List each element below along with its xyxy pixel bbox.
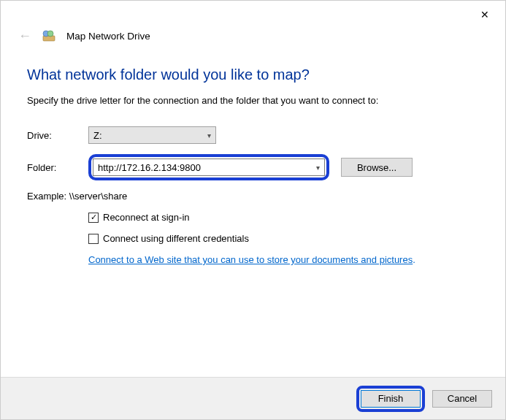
cancel-button[interactable]: Cancel <box>432 390 492 408</box>
website-link-period: . <box>413 254 415 265</box>
credentials-checkbox[interactable] <box>88 234 99 244</box>
website-link[interactable]: Connect to a Web site that you can use t… <box>88 254 413 265</box>
chevron-down-icon: ▾ <box>316 164 320 172</box>
wizard-title: Map Network Drive <box>66 31 150 42</box>
reconnect-row: ✓ Reconnect at sign-in <box>88 212 479 223</box>
titlebar: ✕ <box>1 1 505 28</box>
wizard-content: What network folder would you like to ma… <box>1 56 505 265</box>
folder-row: Folder: http://172.16.2.134:9800 ▾ Brows… <box>27 154 479 180</box>
drive-row: Drive: Z: ▾ <box>27 126 479 144</box>
credentials-row: Connect using different credentials <box>88 233 479 244</box>
credentials-label: Connect using different credentials <box>103 233 249 244</box>
folder-value: http://172.16.2.134:9800 <box>98 162 201 173</box>
reconnect-checkbox[interactable]: ✓ <box>88 213 99 223</box>
website-link-row: Connect to a Web site that you can use t… <box>88 254 479 265</box>
back-arrow-icon[interactable]: ← <box>18 29 31 42</box>
drive-value: Z: <box>93 130 102 141</box>
network-drive-icon <box>42 28 56 43</box>
instruction-text: Specify the drive letter for the connect… <box>27 95 479 106</box>
example-text: Example: \\server\share <box>27 191 479 202</box>
drive-label: Drive: <box>27 130 88 141</box>
wizard-footer: Finish Cancel <box>1 377 505 419</box>
page-heading: What network folder would you like to ma… <box>27 66 479 83</box>
wizard-header: ← Map Network Drive <box>1 28 505 56</box>
finish-button[interactable]: Finish <box>361 390 421 408</box>
finish-highlight: Finish <box>356 386 425 412</box>
svg-rect-0 <box>43 36 55 41</box>
folder-highlight: http://172.16.2.134:9800 ▾ <box>88 154 329 180</box>
folder-label: Folder: <box>27 162 88 173</box>
close-icon[interactable]: ✕ <box>475 9 495 20</box>
browse-button[interactable]: Browse... <box>341 158 413 177</box>
reconnect-label: Reconnect at sign-in <box>103 212 190 223</box>
drive-select[interactable]: Z: ▾ <box>88 126 216 144</box>
chevron-down-icon: ▾ <box>207 131 211 140</box>
svg-point-2 <box>47 31 53 37</box>
folder-input[interactable]: http://172.16.2.134:9800 ▾ <box>93 159 325 176</box>
